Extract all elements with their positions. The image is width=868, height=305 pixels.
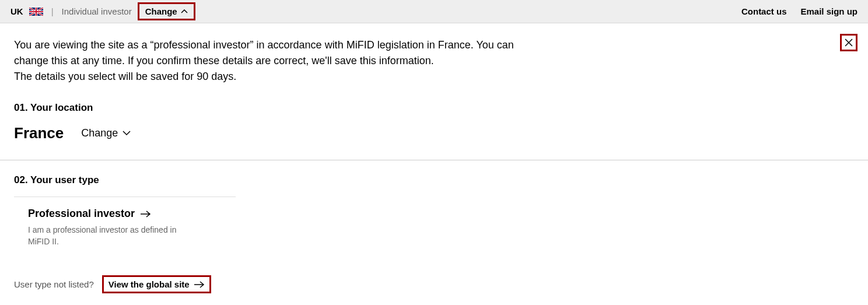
view-global-site-label: View the global site [108, 279, 190, 289]
intro-line-1: You are viewing the site as a “professio… [14, 37, 551, 69]
top-bar-left: UK | Individual investor Change [10, 2, 195, 20]
arrow-right-icon [194, 281, 205, 288]
section-usertype-title: 02. Your user type [14, 174, 854, 186]
intro-line-2: The details you select will be saved for… [14, 69, 551, 85]
uk-flag-icon [29, 8, 43, 16]
investor-type-label: Individual investor [62, 6, 132, 16]
option-title-text: Professional investor [28, 208, 135, 220]
email-signup-link[interactable]: Email sign up [800, 6, 858, 16]
section-location-title: 01. Your location [14, 102, 854, 114]
intro-text: You are viewing the site as a “professio… [14, 37, 551, 85]
footer-prompt: User type not listed? [14, 279, 94, 289]
chevron-up-icon [181, 9, 188, 14]
contact-us-link[interactable]: Contact us [741, 6, 787, 16]
close-icon [844, 38, 853, 47]
close-button[interactable] [840, 34, 858, 51]
divider: | [51, 6, 54, 16]
location-name: France [14, 124, 64, 142]
footer-row: User type not listed? View the global si… [14, 275, 854, 293]
country-code: UK [10, 6, 23, 16]
location-row: France Change [14, 124, 854, 142]
option-description: I am a professional investor as defined … [28, 225, 191, 247]
view-global-site-link[interactable]: View the global site [102, 275, 211, 293]
settings-panel: You are viewing the site as a “professio… [0, 23, 868, 305]
top-bar-right: Contact us Email sign up [741, 6, 858, 16]
user-type-block: Professional investor I am a professiona… [14, 197, 854, 258]
chevron-down-icon [123, 131, 131, 136]
change-location-label: Change [81, 127, 118, 139]
section-divider [0, 160, 868, 160]
change-button-top[interactable]: Change [138, 2, 195, 20]
change-location-button[interactable]: Change [81, 127, 131, 139]
arrow-right-icon [141, 211, 151, 218]
change-button-top-label: Change [145, 6, 177, 16]
option-title-row: Professional investor [28, 208, 236, 220]
top-bar: UK | Individual investor Change Contact … [0, 0, 868, 23]
professional-investor-option[interactable]: Professional investor I am a professiona… [14, 197, 236, 258]
